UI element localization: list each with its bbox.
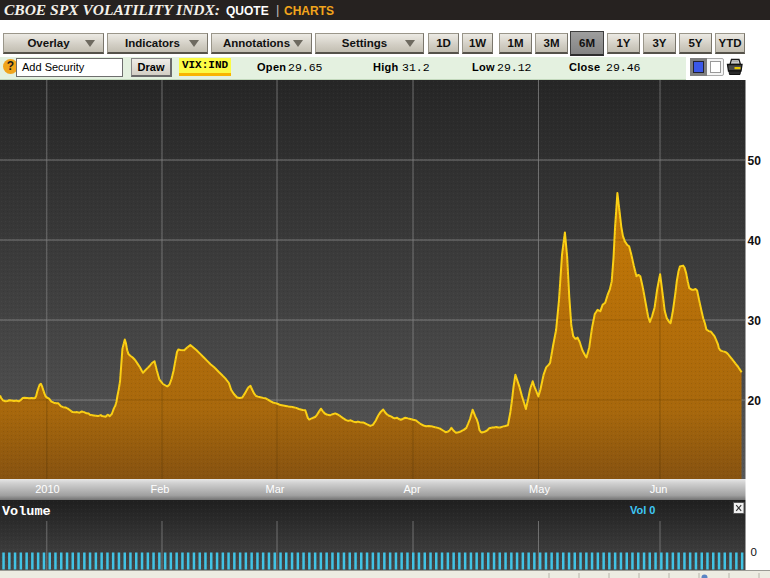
svg-text:Volume: Volume <box>2 504 51 519</box>
svg-text:0: 0 <box>751 546 757 558</box>
svg-text:50: 50 <box>748 154 762 168</box>
svg-text:2010: 2010 <box>35 483 59 495</box>
svg-text:40: 40 <box>748 234 762 248</box>
svg-text:May: May <box>529 483 550 495</box>
svg-text:Apr: Apr <box>403 483 420 495</box>
svg-text:Jun: Jun <box>650 483 668 495</box>
svg-text:30: 30 <box>748 314 762 328</box>
svg-text:Mar: Mar <box>266 483 285 495</box>
svg-text:Vol 0: Vol 0 <box>630 504 655 516</box>
svg-text:Feb: Feb <box>151 483 170 495</box>
svg-text:20: 20 <box>748 394 762 408</box>
